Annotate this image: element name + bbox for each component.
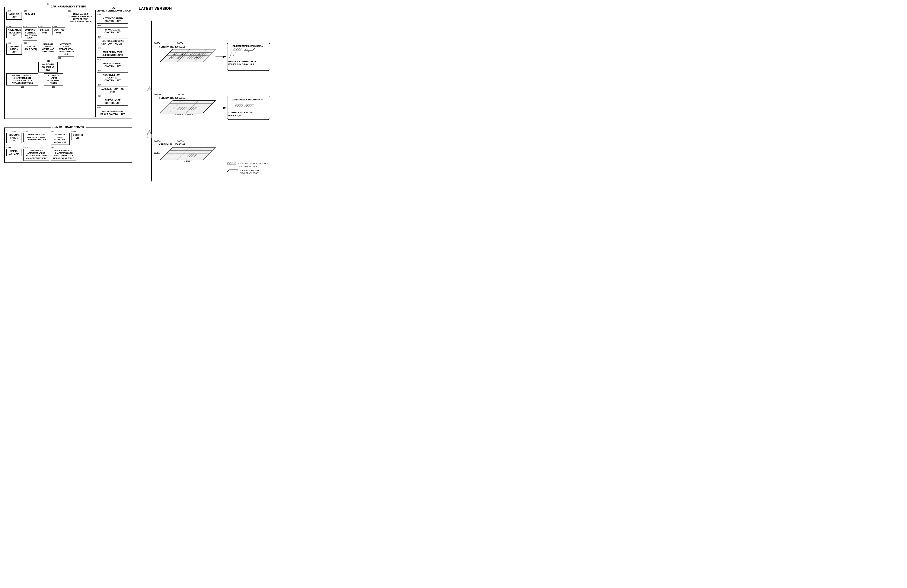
svg-text:G: G [233, 54, 234, 56]
svg-text:MESH FOR "TEMPORARY STOP": MESH FOR "TEMPORARY STOP" [238, 163, 268, 165]
terminal-road-table: TERMINAL-SIDE ROADSHAPE/ATTRIBUTEDATA UP… [6, 74, 38, 85]
svg-text:2000c: 2000c [177, 42, 183, 45]
svg-text:H: H [196, 56, 198, 59]
svg-text:D: D [179, 56, 181, 59]
svg-text:A: A [235, 105, 236, 107]
svg-text:H: H [235, 51, 236, 53]
right-side: LATEST VERSION [135, 4, 295, 193]
nav-unit: NAVIGATIONPROCESSINGUNIT [6, 27, 22, 38]
svg-text:DIFFERENCE SUPPORT AREA:: DIFFERENCE SUPPORT AREA: [228, 60, 257, 62]
car-info-label: CAR INFORMATION SYSTEM [51, 5, 86, 8]
svg-text:DIFFERENCE INFORMATION: DIFFERENCE INFORMATION [234, 99, 263, 101]
terminal-table: TERMINAL-SIDEATTRIBUTE-VALUE-BASISSUPPOR… [67, 12, 94, 24]
page: CAR INFORMATION SYSTEM ⌐10 ⌐260 WARNINGU… [0, 0, 299, 197]
svg-text:1000a: 1000a [154, 152, 160, 154]
ref-1000a: 1000a [154, 140, 161, 143]
server-label: MAP UPDATE SERVER [56, 126, 84, 129]
svg-marker-105 [227, 162, 236, 165]
driving-label: DRIVING CONTROL UNIT GROUP [97, 10, 131, 12]
hev-unit: HEV REGENERATIVEBRAKE CONTROL UNIT [97, 109, 128, 117]
warning-unit: WARNINGUNIT [6, 12, 22, 20]
car-info-ref: ⌐10 [46, 3, 49, 5]
svg-text:1000b: 1000b [154, 93, 161, 96]
svg-text:ATTRIBUTE INFORMATION:: ATTRIBUTE INFORMATION: [228, 112, 254, 113]
svg-text:"TEMPORARY STOP": "TEMPORARY STOP" [240, 172, 259, 174]
svg-text:I: I [236, 48, 237, 50]
attr-map-update-server: ATTRIBUTE-BASISMAP UPDATE DATATRANSMISSI… [24, 133, 49, 142]
svg-text:C: C [229, 57, 230, 59]
svg-marker-20 [147, 134, 151, 138]
svg-text:VERSION No. 20060115: VERSION No. 20060115 [159, 97, 185, 99]
svg-text:MESH X: MESH X [184, 160, 192, 163]
svg-text:VERSION No. 20060215: VERSION No. 20060215 [159, 45, 185, 48]
svg-text:SUPPORT AREA FOR: SUPPORT AREA FOR [240, 169, 259, 172]
driving-units: ⌐500 AUTOMATIC SPEEDCONTROL UNIT ⌐505 SC… [97, 13, 130, 117]
svg-text:C: C [171, 56, 173, 59]
svg-text:F: F [234, 48, 235, 50]
map-db-server: MAP DB(MAP DATA) [6, 149, 22, 156]
warning-control-unit: WARNING/CONTROLSWITCHINGUNIT [23, 27, 37, 41]
svg-text:MESHES A, B: MESHES A, B [228, 115, 241, 117]
speaker-unit: SPEAKER [23, 12, 37, 17]
comm-unit-car: COMMUNI-CATIONUNIT [6, 44, 22, 54]
adaptive-lighting-unit: ADAPTIVE FRONT-LIGHTINGCONTROL UNIT [97, 72, 128, 83]
school-zone-unit: SCHOOL ZONECONTROL UNIT [97, 27, 128, 35]
svg-text:DIFFERENCE INFORMATION: DIFFERENCE INFORMATION [234, 45, 263, 48]
svg-text:F: F [182, 53, 183, 56]
server-attr-table: SERVER-SIDEATTRIBUTE-VALUE-BASIS SUPPORT… [24, 149, 49, 161]
svg-text:OF ATTRIBUTE DATA: OF ATTRIBUTE DATA [238, 165, 257, 167]
svg-text:I: I [247, 48, 248, 50]
attr-latest-server: ATTRIBUTE-BASISLATEST MAPCHECK UNIT [51, 133, 70, 145]
attr-update-car: ATTRIBUTE-BASISUPDATE DATATRANSMISSIONUN… [58, 42, 74, 56]
svg-text:MESH B: MESH B [185, 113, 193, 116]
server-ref: ⌐30 [52, 126, 56, 129]
display-unit: DISPLAYUNIT [38, 27, 51, 35]
svg-text:MESH A: MESH A [175, 113, 183, 116]
driving-ref: ⌐50 [112, 7, 115, 10]
auto-speed-unit: AUTOMATIC SPEEDCONTROL UNIT [97, 16, 128, 24]
lane-keep-unit: LANE KEEP CONTROLUNIT [97, 86, 128, 94]
temp-stop-unit: TEMPORARY STOPLINE CONTROL UNIT [97, 50, 128, 58]
comm-unit-server: COMMUNI-CATIONUNIT [6, 133, 22, 143]
tollgate-unit: TOLLGATE SPEEDCONTROL UNIT [97, 61, 128, 69]
svg-marker-1 [151, 21, 152, 23]
svg-text:G: G [189, 56, 190, 59]
svg-text:1000c: 1000c [154, 42, 161, 45]
shift-change-unit: SHIFT CHANGECONTROL UNIT [97, 98, 128, 105]
map-db-car: MAP DB(MAP DATA) [23, 44, 38, 52]
svg-text:J: J [199, 53, 200, 56]
svg-text:B: B [247, 105, 247, 107]
attr-value-mgmt-table: ATTRIBUTE-VALUEMANAGEMENTTABLE [44, 74, 63, 85]
svg-text:2000b: 2000b [177, 93, 184, 96]
latest-version-title: LATEST VERSION [139, 6, 290, 11]
svg-text:E: E [231, 51, 232, 53]
svg-marker-108 [227, 170, 238, 172]
svg-text:E: E [174, 53, 175, 56]
version-a-label: VERSION No. 20060101 [159, 143, 185, 145]
attr-latest-car: ATTRIBUTE-BASISLATEST MAPCHECK UNIT [40, 42, 56, 54]
left-side: CAR INFORMATION SYSTEM ⌐10 ⌐260 WARNINGU… [4, 4, 132, 193]
svg-text:J: J [245, 48, 246, 50]
server-road-table: SERVER-SIDE ROADSHAPE/ATTRIBUTEDATA UPDA… [51, 149, 76, 161]
version-diagram: MESH X 1000a 1000a 2000a VERSION No. 200… [139, 15, 284, 190]
svg-text:MESHES C, D, E, F, G, H, I, J: MESHES C, D, E, F, G, H, I, J [228, 63, 254, 65]
railroad-unit: RAILROAD-CROSSINGSTOP CONTROL UNIT [97, 38, 128, 46]
svg-text:D: D [230, 54, 231, 56]
svg-text:I: I [190, 53, 191, 56]
control-unit-car: CONTROLUNIT [52, 27, 65, 35]
control-unit-server: CONTROLUNIT [71, 133, 85, 140]
svg-text:G: G [248, 51, 249, 53]
svg-text:H: H [246, 51, 247, 53]
onboard-gw: ON-BOARDEQUIPMENTGW [38, 62, 58, 72]
ref-2000a: 2000a [177, 140, 184, 143]
